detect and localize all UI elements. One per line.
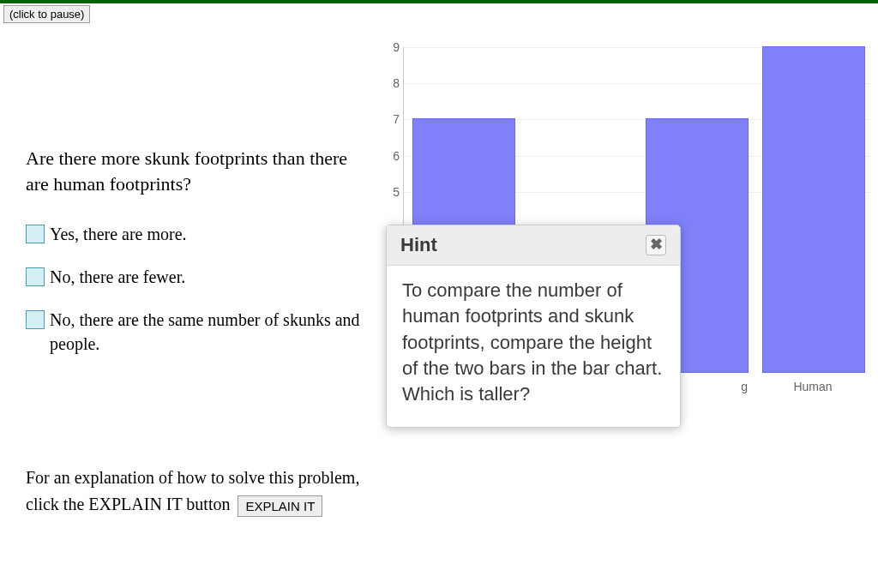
option-3-label: No, there are the same number of skunks …: [50, 308, 369, 356]
option-row-1: Yes, there are more.: [26, 222, 369, 246]
question-panel: Are there more skunk footprints than the…: [26, 146, 369, 375]
hint-popup: Hint ✖ To compare the number of human fo…: [386, 225, 681, 428]
close-icon[interactable]: ✖: [646, 235, 666, 255]
option-1-label: Yes, there are more.: [50, 222, 187, 246]
hint-body-text: To compare the number of human footprint…: [387, 266, 680, 427]
question-text: Are there more skunk footprints than the…: [26, 146, 369, 196]
explain-it-button[interactable]: EXPLAIN IT: [238, 495, 322, 517]
x-label-human: Human: [761, 380, 864, 393]
y-tick-label: 6: [393, 149, 400, 163]
y-tick-label: 8: [393, 76, 400, 90]
explain-block: For an explanation of how to solve this …: [26, 465, 373, 518]
y-tick-label: 9: [393, 40, 400, 54]
option-row-3: No, there are the same number of skunks …: [26, 308, 369, 356]
option-2-checkbox[interactable]: [26, 267, 45, 286]
option-3-checkbox[interactable]: [26, 310, 45, 329]
option-1-checkbox[interactable]: [26, 225, 45, 243]
hint-title: Hint: [400, 234, 437, 256]
option-row-2: No, there are fewer.: [26, 265, 369, 289]
y-tick-label: 5: [393, 185, 400, 199]
option-2-label: No, there are fewer.: [50, 265, 185, 289]
y-tick-label: 7: [393, 112, 400, 126]
window-top-border: [0, 0, 878, 3]
pause-button[interactable]: (click to pause): [3, 5, 90, 23]
hint-header: Hint ✖: [387, 225, 680, 266]
bar-human: [762, 46, 865, 373]
